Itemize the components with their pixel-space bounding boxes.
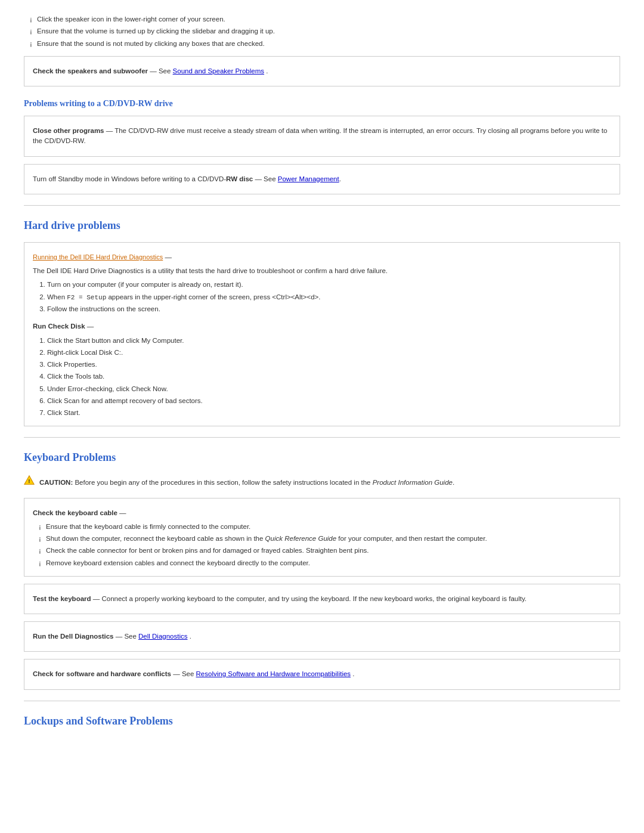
check-step-6: Click Scan for and attempt recovery of b…	[47, 396, 611, 406]
running-ide-dash: —	[165, 253, 172, 261]
divider-2	[24, 437, 620, 438]
close-programs-label: Close other programs	[33, 127, 104, 134]
top-bullets-section: Click the speaker icon in the lower-righ…	[24, 14, 620, 49]
check-step-7: Click Start.	[47, 408, 611, 418]
running-ide-link[interactable]: Running the Dell IDE Hard Drive Diagnost…	[33, 253, 163, 261]
check-conflicts-label: Check for software and hardware conflict…	[33, 670, 171, 677]
standby-box: Turn off Standby mode in Windows before …	[24, 164, 620, 194]
keyboard-cable-header: Check the keyboard cable —	[33, 508, 611, 518]
keyboard-cable-dash: —	[119, 509, 126, 516]
caution-label: CAUTION:	[39, 479, 73, 486]
kb-bullet-1: Ensure that the keyboard cable is firmly…	[39, 522, 611, 532]
check-conflicts-dash: —	[173, 670, 182, 677]
caution-text: CAUTION: Before you begin any of the pro…	[39, 478, 454, 488]
check-speakers-dash: —	[150, 67, 159, 75]
hard-drive-heading: Hard drive problems	[24, 218, 620, 234]
test-keyboard-text: Test the keyboard — Connect a properly w…	[33, 594, 611, 604]
running-ide-header: Running the Dell IDE Hard Drive Diagnost…	[33, 252, 611, 262]
check-conflicts-text: Check for software and hardware conflict…	[33, 669, 611, 679]
standby-after: — See	[253, 175, 278, 182]
run-check-disk-label: Run Check Disk	[33, 323, 85, 330]
caution-body: Before you begin any of the procedures i…	[75, 479, 372, 486]
test-keyboard-label: Test the keyboard	[33, 595, 91, 602]
keyboard-cable-label: Check the keyboard cable	[33, 509, 117, 516]
kb-bullet-3: Check the cable connector for bent or br…	[39, 546, 611, 556]
check-step-2: Right-click Local Disk C:.	[47, 348, 611, 358]
lockups-heading: Lockups and Software Problems	[24, 713, 620, 729]
bullet-item-2: Ensure that the volume is turned up by c…	[30, 26, 620, 36]
running-ide-subsection: Running the Dell IDE Hard Drive Diagnost…	[33, 252, 611, 315]
top-bullet-list: Click the speaker icon in the lower-righ…	[30, 14, 620, 49]
power-management-link[interactable]: Power Management	[278, 175, 339, 182]
test-keyboard-body: Connect a properly working keyboard to t…	[101, 595, 527, 602]
divider-3	[24, 701, 620, 701]
keyboard-cable-box: Check the keyboard cable — Ensure that t…	[24, 498, 620, 577]
run-diagnostics-box: Run the Dell Diagnostics — See Dell Diag…	[24, 621, 620, 652]
dell-diagnostics-link[interactable]: Dell Diagnostics	[138, 633, 187, 640]
divider-1	[24, 205, 620, 206]
check-speakers-text: Check the speakers and subwoofer — See S…	[33, 66, 611, 76]
check-conflicts-see: See	[182, 670, 196, 677]
keyboard-caution: ! CAUTION: Before you begin any of the p…	[24, 474, 620, 491]
ide-step-2: When F2 = Setup appears in the upper-rig…	[47, 292, 611, 303]
run-check-disk-subsection: Run Check Disk — Click the Start button …	[33, 321, 611, 418]
ide-step-2-code: F2 = Setup	[67, 294, 106, 301]
keyboard-section: Keyboard Problems ! CAUTION: Before you …	[24, 450, 620, 689]
test-keyboard-dash: —	[93, 595, 102, 602]
standby-text: Turn off Standby mode in Windows before …	[33, 174, 611, 184]
check-speakers-label: Check the speakers and subwoofer	[33, 67, 148, 75]
bullet-item-3: Ensure that the sound is not muted by cl…	[30, 39, 620, 49]
close-programs-text: Close other programs — The CD/DVD-RW dri…	[33, 126, 611, 147]
keyboard-cable-bullets: Ensure that the keyboard cable is firmly…	[39, 522, 611, 568]
quick-ref-italic: Quick Reference Guide	[265, 535, 337, 542]
close-programs-dash: —	[106, 127, 115, 134]
run-check-disk-steps: Click the Start button and click My Comp…	[47, 336, 611, 419]
close-programs-box: Close other programs — The CD/DVD-RW dri…	[24, 116, 620, 157]
run-check-disk-header: Run Check Disk —	[33, 321, 611, 332]
check-step-1: Click the Start button and click My Comp…	[47, 336, 611, 346]
run-diagnostics-dash: —	[116, 633, 125, 640]
sound-speaker-link[interactable]: Sound and Speaker Problems	[173, 67, 264, 75]
svg-text:!: !	[28, 478, 30, 485]
kb-bullet-4: Remove keyboard extension cables and con…	[39, 558, 611, 568]
ide-step-3: Follow the instructions on the screen.	[47, 304, 611, 314]
test-keyboard-box: Test the keyboard — Connect a properly w…	[24, 584, 620, 614]
resolving-incompatibilities-link[interactable]: Resolving Software and Hardware Incompat…	[196, 670, 351, 677]
close-programs-body: The CD/DVD-RW drive must receive a stead…	[33, 127, 607, 144]
run-diagnostics-see: See	[124, 633, 138, 640]
running-ide-description: The Dell IDE Hard Drive Diagnostics is a…	[33, 266, 611, 276]
hard-drive-section: Hard drive problems Running the Dell IDE…	[24, 218, 620, 427]
ide-step-1: Turn on your computer (if your computer …	[47, 280, 611, 290]
standby-bold: RW disc	[226, 175, 253, 182]
check-speakers-see: See	[159, 67, 173, 75]
check-step-4: Click the Tools tab.	[47, 371, 611, 382]
cd-dvd-heading: Problems writing to a CD/DVD-RW drive	[24, 97, 620, 110]
hard-drive-box: Running the Dell IDE Hard Drive Diagnost…	[24, 242, 620, 427]
kb-bullet-2: Shut down the computer, reconnect the ke…	[39, 534, 611, 544]
standby-before: Turn off Standby mode in Windows before …	[33, 175, 226, 182]
run-check-disk-dash: —	[87, 323, 94, 330]
run-diagnostics-text: Run the Dell Diagnostics — See Dell Diag…	[33, 631, 611, 642]
caution-icon: !	[24, 475, 35, 485]
check-step-5: Under Error-checking, click Check Now.	[47, 384, 611, 394]
check-speakers-box: Check the speakers and subwoofer — See S…	[24, 56, 620, 86]
bullet-item-1: Click the speaker icon in the lower-righ…	[30, 14, 620, 24]
keyboard-heading: Keyboard Problems	[24, 450, 620, 466]
caution-after: .	[453, 479, 454, 486]
running-ide-steps: Turn on your computer (if your computer …	[47, 280, 611, 314]
check-step-3: Click Properties.	[47, 360, 611, 370]
lockups-section: Lockups and Software Problems	[24, 713, 620, 729]
caution-italic: Product Information Guide	[373, 479, 453, 486]
cd-dvd-section: Problems writing to a CD/DVD-RW drive Cl…	[24, 97, 620, 194]
check-conflicts-box: Check for software and hardware conflict…	[24, 659, 620, 689]
run-diagnostics-label: Run the Dell Diagnostics	[33, 633, 113, 640]
